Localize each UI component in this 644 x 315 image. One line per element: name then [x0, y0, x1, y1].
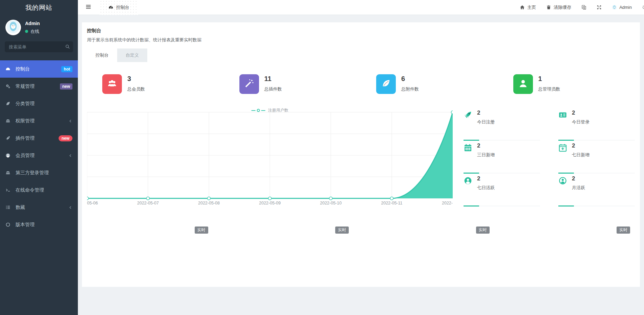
- stat-label: 总附件数: [401, 86, 419, 92]
- gears-icon: [5, 84, 12, 89]
- dashboard-content: 3 总会员数 11 总插件数: [82, 74, 640, 273]
- user-status: 在线: [25, 28, 40, 35]
- database-icon: [235, 257, 239, 261]
- wand-icon: [244, 78, 254, 90]
- main-area: 控制台 主页 清除缓存: [78, 0, 644, 315]
- leaf-icon: [5, 101, 12, 106]
- chart-legend[interactable]: 注册用户数: [252, 107, 288, 113]
- topbar-tab-dashboard[interactable]: 控制台: [100, 0, 138, 15]
- metric-caption: 图片数量: [522, 256, 539, 262]
- legend-label: 注册用户数: [268, 107, 288, 113]
- svg-text:2022-05-12: 2022-05-12: [442, 201, 453, 205]
- sidebar-item[interactable]: 分类管理: [0, 95, 78, 112]
- mini-stat-value: 2: [477, 175, 495, 182]
- svg-text:2022-05-08: 2022-05-08: [198, 201, 220, 205]
- sidebar-item[interactable]: 控制台 hot: [0, 60, 78, 78]
- avatar[interactable]: [5, 20, 21, 35]
- sidebar-item[interactable]: 权限管理: [0, 112, 78, 130]
- sidebar-item-label: 插件管理: [16, 135, 35, 141]
- mini-stat: 2 七日新增: [558, 140, 635, 173]
- user-name: Admin: [25, 21, 40, 26]
- language-icon: [581, 5, 586, 10]
- dashboard-panel: 控制台 用于展示当前系统中的统计数据、统计报表及重要实时数据 控制台 自定义: [82, 22, 640, 287]
- page-subtitle: 用于展示当前系统中的统计数据、统计报表及重要实时数据: [87, 37, 635, 43]
- stat-value: 1: [538, 75, 560, 83]
- panel-tab-label: 控制台: [95, 53, 109, 58]
- mini-stat-label: 今日注册: [477, 119, 495, 125]
- summary-stat: 6 总附件数: [361, 74, 498, 94]
- topbar-action[interactable]: 清除缓存: [546, 4, 571, 11]
- metric-value: 1MB: [296, 240, 347, 252]
- topbar-action[interactable]: Admin: [612, 5, 632, 10]
- metric-value: 46: [235, 240, 296, 252]
- mini-stat-value: 2: [572, 110, 589, 116]
- chevron-left-icon: [68, 205, 72, 210]
- card-title: 图片统计: [516, 228, 628, 234]
- svg-text:2022-05-11: 2022-05-11: [381, 201, 402, 205]
- stat-value: 11: [264, 75, 282, 83]
- id-card-icon: [558, 111, 567, 140]
- stat-label: 总插件数: [264, 86, 282, 92]
- mini-stat: 2 今日登录: [558, 107, 635, 140]
- topbar-action[interactable]: [597, 5, 602, 10]
- sidebar-item[interactable]: 版本管理: [0, 216, 78, 233]
- svg-text:2022-05-10: 2022-05-10: [320, 201, 342, 205]
- page-title: 控制台: [87, 28, 635, 34]
- sidebar-item[interactable]: 会员管理: [0, 147, 78, 164]
- stat-value: 6: [401, 75, 419, 83]
- stat-value: 3: [127, 75, 145, 83]
- filter-icon: [578, 257, 582, 261]
- users-icon: [107, 78, 117, 90]
- sidebar-item-label: 在线命令管理: [16, 187, 44, 193]
- topbar-action[interactable]: [642, 5, 644, 10]
- sidebar-item-label: 分类管理: [16, 101, 35, 107]
- search-icon[interactable]: [65, 44, 70, 51]
- wand-icon: [94, 257, 98, 261]
- user-circle-icon: [464, 176, 472, 206]
- card-metric: 973KB 附件大小: [437, 240, 487, 262]
- list-icon: [5, 205, 12, 210]
- topbar-action[interactable]: [581, 5, 586, 10]
- stat-label: 总管理员数: [538, 86, 560, 92]
- topbar-actions: 主页 清除缓存 Admin: [520, 4, 644, 11]
- stat-label: 总会员数: [127, 86, 145, 92]
- topbar-action-label: Admin: [619, 5, 632, 10]
- expand-icon: [597, 5, 602, 10]
- area-chart-canvas: 2022-05-062022-05-072022-05-082022-05-09…: [87, 107, 453, 206]
- sidebar-item-label: 控制台: [16, 66, 30, 72]
- card-metric: 973KB 图片大小: [578, 240, 628, 262]
- realtime-badge: 实时: [476, 227, 490, 234]
- summary-stat: 1 总管理员数: [498, 74, 635, 94]
- sidebar-item[interactable]: 在线命令管理: [0, 181, 78, 199]
- panel-tabs: 控制台 自定义: [87, 48, 635, 62]
- topbar-action-label: 主页: [527, 4, 536, 11]
- user-circle-icon: [5, 153, 12, 158]
- mini-stat-value: 2: [477, 142, 495, 149]
- avatar-icon: [6, 20, 20, 35]
- mini-stat: 2 月活跃: [558, 173, 635, 206]
- sidebar-item[interactable]: 常规管理 new: [0, 78, 78, 95]
- hamburger-icon: [85, 4, 91, 11]
- sidebar-item-label: 权限管理: [16, 118, 35, 124]
- rocket-icon: [464, 111, 472, 140]
- avatar-icon: [612, 5, 617, 10]
- metric-caption: 占用空间: [303, 256, 320, 262]
- panel-tab[interactable]: 自定义: [117, 48, 147, 62]
- stat-card: 图片统计 实时 6 图片数量: [509, 222, 635, 273]
- legend-marker-icon: [257, 109, 260, 112]
- search-input[interactable]: [5, 41, 73, 52]
- mini-stat-label: 七日活跃: [477, 185, 495, 191]
- summary-stat: 3 总会员数: [87, 74, 224, 94]
- rocket-icon: [5, 136, 12, 141]
- gauge-icon: [5, 66, 12, 72]
- panel-tab[interactable]: 控制台: [87, 48, 117, 62]
- topbar: 控制台 主页 清除缓存: [78, 0, 644, 15]
- sidebar-item[interactable]: 数藏: [0, 199, 78, 216]
- image-icon: [516, 257, 520, 261]
- sidebar-item[interactable]: 插件管理 new: [0, 130, 78, 147]
- card-metric: 46 数据表数量: [235, 240, 296, 262]
- sidebar-item[interactable]: 第三方登录管理: [0, 164, 78, 181]
- online-dot: [25, 30, 28, 33]
- sidebar-toggle-button[interactable]: [78, 4, 100, 11]
- topbar-action[interactable]: 主页: [520, 4, 536, 11]
